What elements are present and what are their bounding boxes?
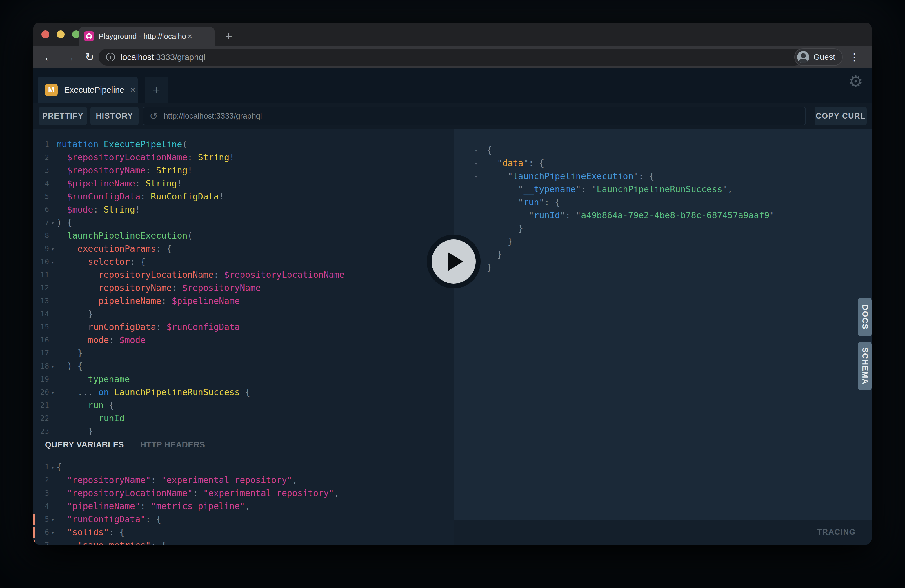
fold-arrow-icon[interactable]: ▾ bbox=[49, 242, 57, 255]
fold-arrow-icon[interactable]: ▾ bbox=[49, 513, 57, 526]
code-line: 16 mode: $mode bbox=[33, 334, 454, 346]
settings-gear-icon[interactable]: ⚙ bbox=[848, 72, 863, 91]
fold-arrow-icon[interactable]: ▾ bbox=[49, 526, 57, 539]
fold-arrow-icon[interactable]: ▾ bbox=[475, 157, 487, 170]
line-number: 3 bbox=[38, 164, 49, 177]
fold-arrow-icon[interactable]: ▾ bbox=[475, 170, 487, 183]
fold-arrow-icon[interactable]: ▾ bbox=[49, 539, 57, 545]
fold-spacer bbox=[49, 486, 57, 499]
docs-side-tab[interactable]: DOCS bbox=[858, 298, 872, 336]
code-line: 22 runId bbox=[33, 412, 454, 425]
site-info-icon[interactable]: i bbox=[106, 53, 115, 62]
fold-spacer bbox=[49, 203, 57, 216]
tab-http-headers[interactable]: HTTP HEADERS bbox=[140, 440, 205, 453]
code-line: 21 run { bbox=[33, 399, 454, 412]
tracing-bar: TRACING bbox=[454, 520, 872, 545]
line-number: 15 bbox=[38, 320, 49, 334]
fold-spacer bbox=[49, 399, 57, 412]
copy-curl-button[interactable]: COPY CURL bbox=[814, 107, 867, 125]
line-number: 13 bbox=[38, 294, 49, 307]
line-number: 7 bbox=[38, 539, 49, 545]
variables-header: QUERY VARIABLES HTTP HEADERS bbox=[33, 435, 454, 453]
address-bar[interactable]: i localhost:3333/graphql bbox=[98, 49, 803, 65]
query-code[interactable]: 1mutation ExecutePipeline(2 $repositoryL… bbox=[33, 129, 454, 435]
fold-spacer bbox=[49, 177, 57, 190]
profile-button[interactable]: Guest bbox=[794, 48, 843, 66]
line-number: 12 bbox=[38, 281, 49, 294]
fold-spacer bbox=[49, 151, 57, 164]
line-number: 14 bbox=[38, 307, 49, 320]
tab-close-icon[interactable]: × bbox=[187, 31, 192, 41]
response-pane: ▾{▾ "data": {▾ "launchPipelineExecution"… bbox=[454, 129, 872, 520]
tracing-toggle[interactable]: TRACING bbox=[817, 528, 856, 537]
minimize-window-button[interactable] bbox=[57, 30, 65, 38]
line-number: 2 bbox=[38, 151, 49, 164]
fold-spacer bbox=[49, 346, 57, 359]
code-line: 7▾) { bbox=[33, 216, 454, 229]
new-session-button[interactable]: + bbox=[145, 77, 168, 103]
fold-spacer bbox=[49, 268, 57, 281]
prettify-button[interactable]: PRETTIFY bbox=[39, 107, 87, 125]
line-number: 6 bbox=[38, 526, 49, 539]
code-line: 18▾ ) { bbox=[33, 359, 454, 373]
session-close-icon[interactable]: × bbox=[130, 85, 135, 95]
code-line: 3 $repositoryName: String! bbox=[33, 164, 454, 177]
code-line: 4 $pipelineName: String! bbox=[33, 177, 454, 190]
address-url: localhost:3333/graphql bbox=[121, 52, 205, 62]
fold-arrow-icon[interactable]: ▾ bbox=[475, 143, 487, 157]
fold-spacer bbox=[49, 190, 57, 203]
graphql-favicon-icon bbox=[84, 31, 94, 41]
code-line: 1mutation ExecutePipeline( bbox=[33, 138, 454, 151]
code-line: 9▾ executionParams: { bbox=[33, 242, 454, 255]
line-number: 20 bbox=[38, 386, 49, 399]
code-line: } bbox=[454, 222, 872, 235]
browser-menu-icon[interactable]: ⋮ bbox=[849, 51, 859, 63]
forward-icon[interactable]: → bbox=[64, 51, 75, 64]
playground-toolbar: PRETTIFY HISTORY ↺ http://localhost:3333… bbox=[33, 103, 872, 129]
line-number: 6 bbox=[38, 203, 49, 216]
response-code: ▾{▾ "data": {▾ "launchPipelineExecution"… bbox=[454, 129, 872, 274]
query-editor[interactable]: 1mutation ExecutePipeline(2 $repositoryL… bbox=[33, 129, 454, 435]
code-line: ▾ "data": { bbox=[454, 157, 872, 170]
reload-icon[interactable]: ↻ bbox=[85, 51, 94, 64]
tab-query-variables[interactable]: QUERY VARIABLES bbox=[45, 440, 124, 453]
code-line: 5 $runConfigData: RunConfigData! bbox=[33, 190, 454, 203]
code-line: 3 "repositoryLocationName": "experimenta… bbox=[33, 486, 454, 499]
schema-side-tab[interactable]: SCHEMA bbox=[858, 342, 872, 390]
fold-spacer bbox=[475, 209, 487, 222]
code-line: 1▾{ bbox=[33, 461, 454, 474]
fold-spacer bbox=[49, 474, 57, 486]
line-number: 11 bbox=[38, 268, 49, 281]
history-button[interactable]: HISTORY bbox=[90, 107, 138, 125]
session-tab-executepipeline[interactable]: M ExecutePipeline × bbox=[38, 77, 138, 103]
refetch-schema-icon[interactable]: ↺ bbox=[149, 110, 158, 122]
line-number: 17 bbox=[38, 346, 49, 359]
fold-spacer bbox=[49, 307, 57, 320]
fold-arrow-icon[interactable]: ▾ bbox=[49, 461, 57, 474]
line-number: 10 bbox=[38, 255, 49, 268]
fold-arrow-icon[interactable]: ▾ bbox=[49, 255, 57, 268]
lint-marker bbox=[33, 540, 35, 545]
code-line: 10▾ selector: { bbox=[33, 255, 454, 268]
endpoint-input[interactable]: ↺ http://localhost:3333/graphql bbox=[143, 107, 806, 125]
close-window-button[interactable] bbox=[41, 30, 49, 38]
code-line: ▾ "launchPipelineExecution": { bbox=[454, 170, 872, 183]
new-tab-button[interactable]: + bbox=[221, 29, 236, 44]
code-line: 2 $repositoryLocationName: String! bbox=[33, 151, 454, 164]
fold-arrow-icon[interactable]: ▾ bbox=[49, 386, 57, 399]
browser-tab[interactable]: Playground - http://localhost:3 × bbox=[79, 27, 214, 46]
fold-spacer bbox=[49, 334, 57, 346]
code-line: 12 repositoryName: $repositoryName bbox=[33, 281, 454, 294]
fold-spacer bbox=[49, 281, 57, 294]
code-line: 6 $mode: String! bbox=[33, 203, 454, 216]
profile-label: Guest bbox=[813, 52, 835, 62]
fold-arrow-icon[interactable]: ▾ bbox=[49, 216, 57, 229]
line-number: 16 bbox=[38, 334, 49, 346]
code-line: 13 pipelineName: $pipelineName bbox=[33, 294, 454, 307]
execute-query-button[interactable] bbox=[427, 235, 481, 289]
variables-panel: QUERY VARIABLES HTTP HEADERS 1▾{2 "repos… bbox=[33, 435, 454, 545]
variables-code[interactable]: 1▾{2 "repositoryName": "experimental_rep… bbox=[33, 453, 454, 545]
fold-arrow-icon[interactable]: ▾ bbox=[49, 359, 57, 373]
back-icon[interactable]: ← bbox=[43, 51, 54, 64]
line-number: 19 bbox=[38, 373, 49, 386]
